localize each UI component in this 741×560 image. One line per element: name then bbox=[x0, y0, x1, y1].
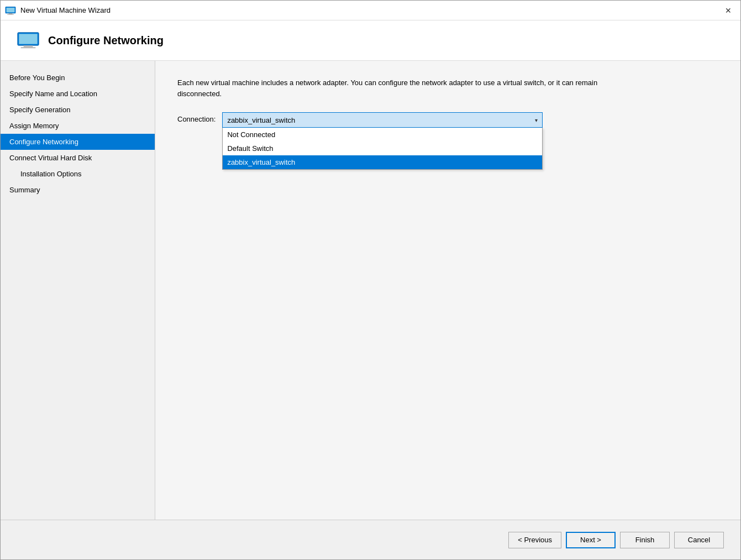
title-bar-vm-icon bbox=[5, 6, 16, 15]
page-title: Configure Networking bbox=[48, 34, 164, 47]
svg-rect-2 bbox=[9, 13, 13, 14]
chevron-down-icon: ▾ bbox=[535, 117, 538, 123]
connection-label: Connection: bbox=[177, 112, 216, 123]
sidebar-item-installation-options[interactable]: Installation Options bbox=[1, 166, 155, 182]
header-vm-icon bbox=[17, 32, 39, 49]
close-button[interactable]: ✕ bbox=[721, 3, 736, 18]
svg-rect-5 bbox=[19, 34, 37, 44]
dropdown-option-not-connected[interactable]: Not Connected bbox=[223, 128, 542, 142]
wizard-window: New Virtual Machine Wizard ✕ Configure N… bbox=[0, 0, 741, 560]
svg-rect-3 bbox=[7, 14, 14, 14]
title-bar: New Virtual Machine Wizard ✕ bbox=[1, 1, 740, 20]
sidebar-item-configure-networking[interactable]: Configure Networking bbox=[1, 134, 155, 150]
sidebar-item-connect-vhd[interactable]: Connect Virtual Hard Disk bbox=[1, 150, 155, 166]
content-area: Each new virtual machine includes a netw… bbox=[155, 61, 740, 520]
svg-rect-7 bbox=[21, 48, 36, 49]
description-text: Each new virtual machine includes a netw… bbox=[177, 77, 608, 99]
sidebar-item-summary[interactable]: Summary bbox=[1, 182, 155, 198]
finish-button[interactable]: Finish bbox=[620, 532, 670, 548]
connection-row: Connection: zabbix_virtual_switch ▾ Not … bbox=[177, 112, 718, 128]
previous-button[interactable]: < Previous bbox=[508, 532, 561, 548]
sidebar-item-assign-memory[interactable]: Assign Memory bbox=[1, 118, 155, 134]
cancel-button[interactable]: Cancel bbox=[674, 532, 724, 548]
connection-dropdown-wrapper: zabbix_virtual_switch ▾ Not Connected De… bbox=[222, 112, 543, 128]
title-bar-text: New Virtual Machine Wizard bbox=[20, 6, 111, 14]
svg-rect-6 bbox=[24, 45, 33, 47]
sidebar-item-before-you-begin[interactable]: Before You Begin bbox=[1, 70, 155, 86]
dropdown-selected-value: zabbix_virtual_switch bbox=[227, 116, 295, 124]
dropdown-option-default-switch[interactable]: Default Switch bbox=[223, 142, 542, 155]
sidebar-item-specify-generation[interactable]: Specify Generation bbox=[1, 102, 155, 118]
dropdown-option-zabbix[interactable]: zabbix_virtual_switch bbox=[223, 155, 542, 169]
sidebar-item-specify-name[interactable]: Specify Name and Location bbox=[1, 86, 155, 102]
sidebar: Before You Begin Specify Name and Locati… bbox=[1, 61, 155, 520]
main-area: Before You Begin Specify Name and Locati… bbox=[1, 61, 740, 520]
header-section: Configure Networking bbox=[1, 20, 740, 61]
dropdown-list: Not Connected Default Switch zabbix_virt… bbox=[222, 128, 543, 170]
svg-rect-1 bbox=[7, 8, 15, 12]
footer: < Previous Next > Finish Cancel bbox=[1, 520, 740, 559]
connection-dropdown[interactable]: zabbix_virtual_switch ▾ bbox=[222, 112, 543, 128]
next-button[interactable]: Next > bbox=[566, 532, 616, 548]
